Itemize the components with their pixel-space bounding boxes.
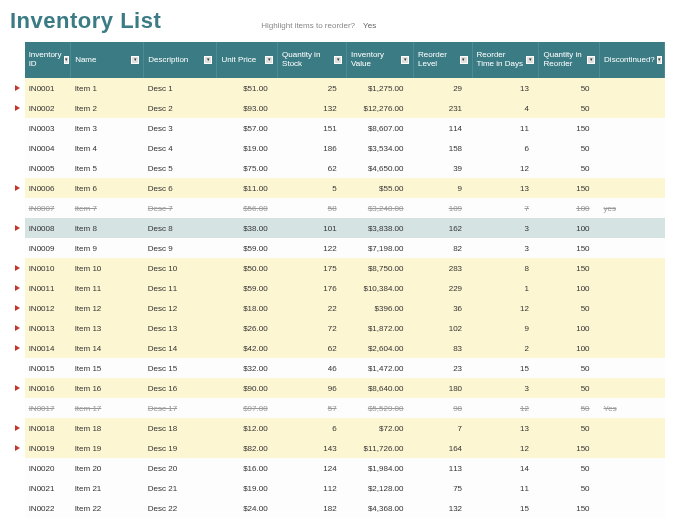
cell-disc	[600, 358, 665, 378]
cell-qreord: 150	[539, 118, 600, 138]
cell-id: IN0019	[25, 438, 71, 458]
table-row[interactable]: IN0013Item 13Desc 13$26.0072$1,872.00102…	[10, 318, 665, 338]
highlight-hint-value[interactable]: Yes	[363, 21, 376, 30]
cell-rtime: 1	[472, 278, 539, 298]
table-row[interactable]: IN0011Item 11Desc 11$59.00176$10,384.002…	[10, 278, 665, 298]
filter-dropdown-icon[interactable]: ▾	[204, 56, 212, 64]
column-id[interactable]: Inventory ID▾	[25, 42, 71, 78]
reorder-flag	[10, 398, 25, 418]
table-row[interactable]: IN0002Item 2Desc 2$93.00132$12,276.00231…	[10, 98, 665, 118]
table-row[interactable]: IN0010Item 10Desc 10$50.00175$8,750.0028…	[10, 258, 665, 278]
cell-reord: 114	[414, 118, 473, 138]
cell-qty: 62	[278, 158, 347, 178]
cell-id: IN0007	[25, 198, 71, 218]
table-row[interactable]: IN0018Item 18Desc 18$12.006$72.0071350	[10, 418, 665, 438]
table-row[interactable]: IN0014Item 14Desc 14$42.0062$2,604.00832…	[10, 338, 665, 358]
column-price[interactable]: Unit Price▾	[217, 42, 278, 78]
table-row[interactable]: IN0016Item 16Desc 16$90.0096$8,640.00180…	[10, 378, 665, 398]
cell-name: Item 13	[71, 318, 144, 338]
column-qreord[interactable]: Quantity in Reorder▾	[539, 42, 600, 78]
reorder-flag	[10, 158, 25, 178]
table-head: Inventory ID▾Name▾Description▾Unit Price…	[10, 42, 665, 78]
reorder-flag	[10, 298, 25, 318]
table-row[interactable]: IN0007Item 7Desc 7$56.0058$3,248.0010971…	[10, 198, 665, 218]
reorder-flag	[10, 438, 25, 458]
filter-dropdown-icon[interactable]: ▾	[526, 56, 534, 64]
cell-qty: 151	[278, 118, 347, 138]
cell-id: IN0010	[25, 258, 71, 278]
column-disc[interactable]: Discontinued?▾	[600, 42, 665, 78]
cell-id: IN0016	[25, 378, 71, 398]
cell-name: Item 8	[71, 218, 144, 238]
table-row[interactable]: IN0001Item 1Desc 1$51.0025$1,275.0029135…	[10, 78, 665, 98]
cell-desc: Desc 16	[144, 378, 217, 398]
table-row[interactable]: IN0021Item 21Desc 21$19.00112$2,128.0075…	[10, 478, 665, 498]
table-row[interactable]: IN0015Item 15Desc 15$32.0046$1,472.00231…	[10, 358, 665, 378]
table-row[interactable]: IN0017Item 17Desc 17$97.0057$5,529.00981…	[10, 398, 665, 418]
header: Inventory List Highlight items to reorde…	[10, 8, 665, 34]
filter-dropdown-icon[interactable]: ▾	[460, 56, 468, 64]
cell-name: Item 11	[71, 278, 144, 298]
cell-name: Item 10	[71, 258, 144, 278]
cell-id: IN0002	[25, 98, 71, 118]
cell-qreord: 100	[539, 338, 600, 358]
cell-id: IN0011	[25, 278, 71, 298]
filter-dropdown-icon[interactable]: ▾	[131, 56, 139, 64]
table-row[interactable]: IN0020Item 20Desc 20$16.00124$1,984.0011…	[10, 458, 665, 478]
cell-price: $93.00	[217, 98, 278, 118]
column-reord[interactable]: Reorder Level▾	[414, 42, 473, 78]
reorder-flag	[10, 178, 25, 198]
cell-qty: 25	[278, 78, 347, 98]
cell-reord: 9	[414, 178, 473, 198]
reorder-flag	[10, 478, 25, 498]
filter-dropdown-icon[interactable]: ▾	[334, 56, 342, 64]
column-val[interactable]: Inventory Value▾	[347, 42, 414, 78]
column-label: Reorder Level	[418, 51, 458, 69]
filter-dropdown-icon[interactable]: ▾	[657, 56, 662, 64]
cell-reord: 98	[414, 398, 473, 418]
column-qty[interactable]: Quantity in Stock▾	[278, 42, 347, 78]
column-label: Name	[75, 56, 129, 65]
reorder-flag	[10, 258, 25, 278]
column-name[interactable]: Name▾	[71, 42, 144, 78]
filter-dropdown-icon[interactable]: ▾	[64, 56, 69, 64]
cell-disc: Yes	[600, 398, 665, 418]
cell-qty: 175	[278, 258, 347, 278]
cell-price: $24.00	[217, 498, 278, 518]
filter-dropdown-icon[interactable]: ▾	[265, 56, 273, 64]
table-row[interactable]: IN0009Item 9Desc 9$59.00122$7,198.008231…	[10, 238, 665, 258]
column-label: Inventory Value	[351, 51, 399, 69]
cell-price: $75.00	[217, 158, 278, 178]
table-row[interactable]: IN0006Item 6Desc 6$11.005$55.00913150	[10, 178, 665, 198]
column-label: Unit Price	[221, 56, 263, 65]
cell-disc	[600, 378, 665, 398]
reorder-flag	[10, 378, 25, 398]
cell-qreord: 50	[539, 358, 600, 378]
cell-qty: 22	[278, 298, 347, 318]
table-row[interactable]: IN0003Item 3Desc 3$57.00151$8,607.001141…	[10, 118, 665, 138]
cell-rtime: 7	[472, 198, 539, 218]
table-row[interactable]: IN0022Item 22Desc 22$24.00182$4,368.0013…	[10, 498, 665, 518]
column-desc[interactable]: Description▾	[144, 42, 217, 78]
table-row[interactable]: IN0005Item 5Desc 5$75.0062$4,650.0039125…	[10, 158, 665, 178]
cell-rtime: 8	[472, 258, 539, 278]
cell-rtime: 9	[472, 318, 539, 338]
column-rtime[interactable]: Reorder Time in Days▾	[472, 42, 539, 78]
cell-val: $12,276.00	[347, 98, 414, 118]
cell-qreord: 50	[539, 138, 600, 158]
cell-qreord: 100	[539, 218, 600, 238]
cell-qreord: 150	[539, 258, 600, 278]
cell-desc: Desc 21	[144, 478, 217, 498]
filter-dropdown-icon[interactable]: ▾	[587, 56, 595, 64]
filter-dropdown-icon[interactable]: ▾	[401, 56, 409, 64]
table-row[interactable]: IN0008Item 8Desc 8$38.00101$3,838.001623…	[10, 218, 665, 238]
flag-icon	[15, 85, 20, 91]
table-row[interactable]: IN0004Item 4Desc 4$19.00186$3,534.001586…	[10, 138, 665, 158]
flag-icon	[15, 345, 20, 351]
reorder-flag	[10, 78, 25, 98]
table-row[interactable]: IN0019Item 19Desc 19$82.00143$11,726.001…	[10, 438, 665, 458]
cell-disc	[600, 138, 665, 158]
cell-id: IN0009	[25, 238, 71, 258]
cell-disc	[600, 178, 665, 198]
table-row[interactable]: IN0012Item 12Desc 12$18.0022$396.0036125…	[10, 298, 665, 318]
